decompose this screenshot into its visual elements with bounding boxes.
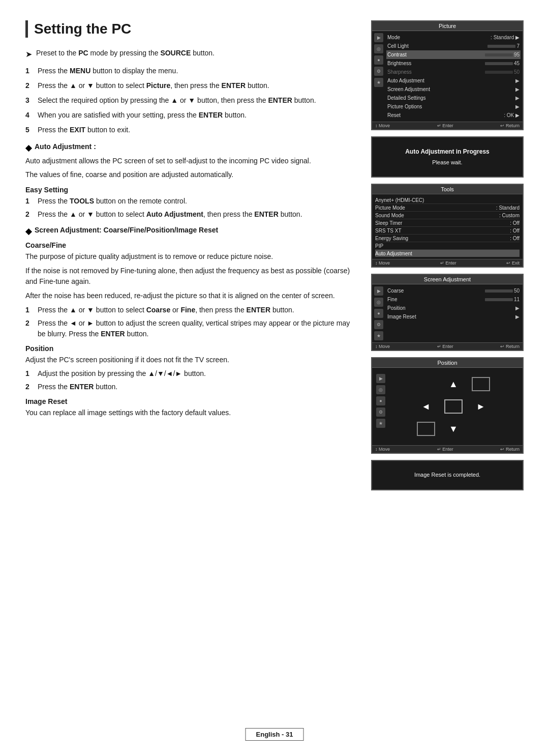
tools-exit: ↩ Exit — [506, 260, 520, 266]
menu-coarse: Coarse 50 — [386, 286, 521, 295]
screen-footer-move: ↕ Move — [375, 344, 390, 349]
position-panel-body: ▶ ◎ ● ⚙ ★ ▲ ◄ ► — [372, 368, 523, 445]
step-2: 2 Press the ▲ or ▼ button to select Pict… — [25, 80, 356, 91]
position-step-2: 2 Press the ENTER button. — [25, 382, 356, 392]
auto-adjustment-title: Auto Adjustment : — [35, 142, 96, 151]
tv-icon-3: ● — [374, 55, 383, 65]
pos-down-arrow: ▼ — [449, 424, 458, 434]
auto-adjustment-header: ◆ Auto Adjustment : — [25, 142, 356, 153]
tv-icon-1: ▶ — [374, 33, 383, 42]
tools-panel: Tools Anynet+ (HDMI-CEC) Picture Mode: S… — [371, 184, 524, 268]
position-grid-container: ▲ ◄ ► ▼ — [388, 374, 518, 439]
pos-left-arrow: ◄ — [421, 401, 431, 412]
step-4: 4 When you are satisfied with your setti… — [25, 110, 356, 121]
image-reset-header: Image Reset — [25, 397, 356, 405]
page-title: Setting the PC — [25, 20, 356, 38]
footer-return: ↩ Return — [500, 123, 520, 128]
pos-screen-tr — [472, 377, 490, 391]
tools-item-soundmode: Sound Mode: Custom — [375, 212, 520, 219]
left-column: Setting the PC ➤ Preset to the PC mode b… — [25, 20, 356, 490]
auto-adj-para2: The values of fine, coarse and position … — [25, 169, 356, 181]
pos-right-arrow: ► — [476, 401, 485, 412]
auto-adj-title: Auto Adjustment in Progress — [377, 147, 517, 158]
menu-item-screenadj: Screen Adjustment ▶ — [386, 85, 521, 94]
pos-icon-1: ▶ — [376, 374, 385, 383]
screen-adjustment-title: Screen Adjustment: Coarse/Fine/Position/… — [35, 226, 218, 234]
coarse-step-2: 2 Press the ◄ or ► button to adjust the … — [25, 318, 356, 339]
menu-fine: Fine 11 — [386, 295, 521, 304]
auto-adjustment-panel: Auto Adjustment in Progress Please wait. — [371, 136, 524, 178]
right-column: Picture ▶ ◎ ● ⚙ ★ Mode : Standard ▶ Cell — [371, 20, 524, 490]
tools-item-anynet: Anynet+ (HDMI-CEC) — [375, 196, 520, 204]
coarse-step-1: 1 Press the ▲ or ▼ button to select Coar… — [25, 305, 356, 315]
pos-footer-return: ↩ Return — [500, 447, 520, 452]
pos-icon-3: ● — [376, 396, 385, 405]
coarse-fine-header: Coarse/Fine — [25, 241, 356, 249]
tools-footer: ↕ Move ↵ Enter ↩ Exit — [372, 259, 523, 267]
coarse-fine-para2: If the noise is not removed by Fine-tuni… — [25, 266, 356, 287]
step-1: 1 Press the MENU button to display the m… — [25, 66, 356, 76]
easy-step-2: 2 Press the ▲ or ▼ button to select Auto… — [25, 209, 356, 220]
screen-icon-2: ◎ — [374, 298, 383, 307]
tools-item-energy: Energy Saving: Off — [375, 235, 520, 242]
tv-icon-2: ◎ — [374, 44, 383, 53]
image-reset-text: Image Reset is completed. — [377, 470, 517, 480]
preset-arrow-icon: ➤ — [25, 48, 32, 61]
step-3: 3 Select the required option by pressing… — [25, 95, 356, 106]
tools-item-autoadj: Auto Adjustment — [375, 250, 520, 257]
position-panel-header: Position — [372, 358, 523, 368]
picture-menu-list: Mode : Standard ▶ Cell Light 7 Contrast … — [386, 33, 521, 120]
coarse-fine-para1: The purpose of picture quality adjustmen… — [25, 251, 356, 263]
tools-move: ↕ Move — [375, 260, 390, 266]
position-panel: Position ▶ ◎ ● ⚙ ★ ▲ ◄ — [371, 357, 524, 454]
pos-screen-bl — [417, 422, 435, 436]
picture-menu-panel: Picture ▶ ◎ ● ⚙ ★ Mode : Standard ▶ Cell — [371, 20, 524, 130]
screen-icon-5: ★ — [374, 331, 383, 340]
tools-item-sleep: Sleep Timer: Off — [375, 219, 520, 227]
easy-step-1: 1 Press the TOOLS button on the remote c… — [25, 196, 356, 207]
preset-instruction: ➤ Preset to the PC mode by pressing the … — [25, 48, 356, 61]
coarse-fine-steps: 1 Press the ▲ or ▼ button to select Coar… — [25, 305, 356, 339]
picture-menu-header: Picture — [372, 21, 523, 31]
position-para1: Adjust the PC's screen positioning if it… — [25, 355, 356, 366]
screen-footer-return: ↩ Return — [500, 344, 520, 349]
pos-footer-move: ↕ Move — [375, 447, 390, 452]
pos-up-arrow: ▲ — [449, 379, 458, 390]
tools-body: Anynet+ (HDMI-CEC) Picture Mode: Standar… — [372, 194, 523, 259]
position-steps: 1 Adjust the position by pressing the ▲/… — [25, 368, 356, 392]
diamond-icon: ◆ — [25, 143, 32, 153]
step-5: 5 Press the EXIT button to exit. — [25, 125, 356, 135]
preset-text: Preset to the PC mode by pressing the SO… — [36, 48, 215, 61]
position-header: Position — [25, 344, 356, 353]
menu-position: Position ▶ — [386, 304, 521, 312]
page-footer: English - 31 — [246, 728, 304, 741]
tv-icon-5: ★ — [374, 78, 383, 87]
auto-adj-subtitle: Please wait. — [377, 158, 517, 168]
footer-enter: ↵ Enter — [437, 123, 453, 128]
steps-list: 1 Press the MENU button to display the m… — [25, 66, 356, 135]
menu-imgreset: Image Reset ▶ — [386, 312, 521, 321]
position-footer: ↕ Move ↵ Enter ↩ Return — [372, 445, 523, 453]
easy-setting-steps: 1 Press the TOOLS button on the remote c… — [25, 196, 356, 220]
menu-item-sharpness: Sharpness 50 — [386, 68, 521, 76]
screen-adjustment-panel: Screen Adjustment ▶ ◎ ● ⚙ ★ Coarse 50 — [371, 274, 524, 351]
tools-header: Tools — [372, 185, 523, 194]
position-step-1: 1 Adjust the position by pressing the ▲/… — [25, 368, 356, 379]
menu-item-mode: Mode : Standard ▶ — [386, 33, 521, 42]
pos-screen-center — [444, 399, 463, 414]
pos-icon-4: ⚙ — [376, 408, 385, 417]
screen-adj-footer: ↕ Move ↵ Enter ↩ Return — [372, 342, 523, 350]
footer-move: ↕ Move — [375, 123, 390, 128]
screen-icon-4: ⚙ — [374, 320, 383, 329]
screen-adj-menu: Coarse 50 Fine 11 Position ▶ — [386, 286, 521, 340]
position-sidebar: ▶ ◎ ● ⚙ ★ — [376, 374, 385, 439]
pos-icon-2: ◎ — [376, 385, 385, 394]
screen-icon-3: ● — [374, 309, 383, 318]
pos-footer-enter: ↵ Enter — [437, 447, 453, 452]
screen-adjustment-header: ◆ Screen Adjustment: Coarse/Fine/Positio… — [25, 226, 356, 236]
screen-adj-body: ▶ ◎ ● ⚙ ★ Coarse 50 Fine — [372, 284, 523, 342]
tv-sidebar: ▶ ◎ ● ⚙ ★ — [374, 33, 383, 120]
tools-item-picmode: Picture Mode: Standard — [375, 204, 520, 212]
menu-item-contrast: Contrast 95 — [386, 50, 521, 59]
menu-item-detailed: Detailed Settings ▶ — [386, 94, 521, 102]
